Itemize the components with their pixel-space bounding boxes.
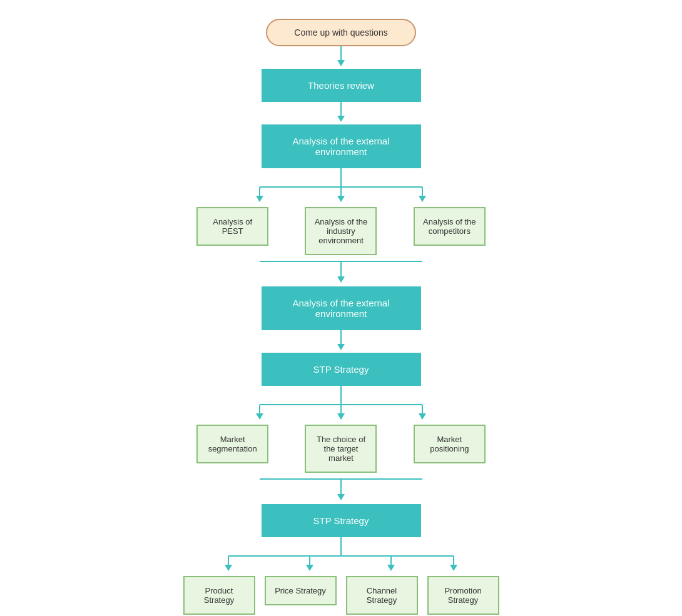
flowchart: Come up with questions Theories review A…	[178, 19, 504, 616]
svg-marker-22	[337, 413, 345, 420]
svg-marker-9	[337, 196, 345, 202]
arrow-1	[335, 46, 347, 69]
svg-marker-11	[419, 196, 426, 202]
price-node: Price Strategy	[265, 576, 337, 605]
branch1-row: Analysis of PEST Analysis of the industr…	[178, 207, 504, 255]
start-node: Come up with questions	[266, 19, 416, 46]
promotion-node: Promotion Strategy	[427, 576, 499, 615]
svg-marker-20	[256, 413, 263, 420]
channel-node: Channel Strategy	[346, 576, 418, 615]
stp2-node: STP Strategy	[262, 504, 421, 537]
svg-marker-24	[419, 413, 426, 420]
svg-marker-27	[337, 494, 345, 500]
branch1-connector	[178, 168, 504, 206]
competitors-node: Analysis of the competitors	[414, 207, 486, 246]
branch3-row: Product Strategy Price Strategy Channel …	[178, 576, 504, 615]
external2-node: Analysis of the external environment	[262, 286, 421, 330]
svg-marker-37	[450, 565, 457, 571]
svg-marker-35	[387, 565, 395, 571]
svg-marker-14	[337, 276, 345, 283]
product-node: Product Strategy	[183, 576, 255, 615]
branch2-connector	[178, 386, 504, 423]
svg-marker-33	[306, 565, 313, 571]
svg-marker-1	[337, 60, 345, 66]
arrow-3	[335, 330, 347, 353]
industry-node: Analysis of the industry environment	[305, 207, 377, 255]
svg-marker-31	[225, 565, 232, 571]
branch1-converge	[178, 255, 504, 286]
target-node: The choice of the target market	[305, 425, 377, 473]
stp1-node: STP Strategy	[262, 353, 421, 386]
external1-node: Analysis of the external environment	[262, 124, 421, 168]
market-seg-node: Market segmentation	[196, 425, 268, 463]
branch2-converge	[178, 473, 504, 504]
branch2-row: Market segmentation The choice of the ta…	[178, 425, 504, 473]
theories-node: Theories review	[262, 69, 421, 102]
svg-marker-7	[256, 196, 263, 202]
branch3-connector	[178, 537, 504, 575]
arrow-2	[335, 102, 347, 124]
pest-node: Analysis of PEST	[196, 207, 268, 246]
svg-marker-16	[337, 344, 345, 350]
svg-marker-3	[337, 116, 345, 122]
positioning-node: Market positioning	[414, 425, 486, 463]
